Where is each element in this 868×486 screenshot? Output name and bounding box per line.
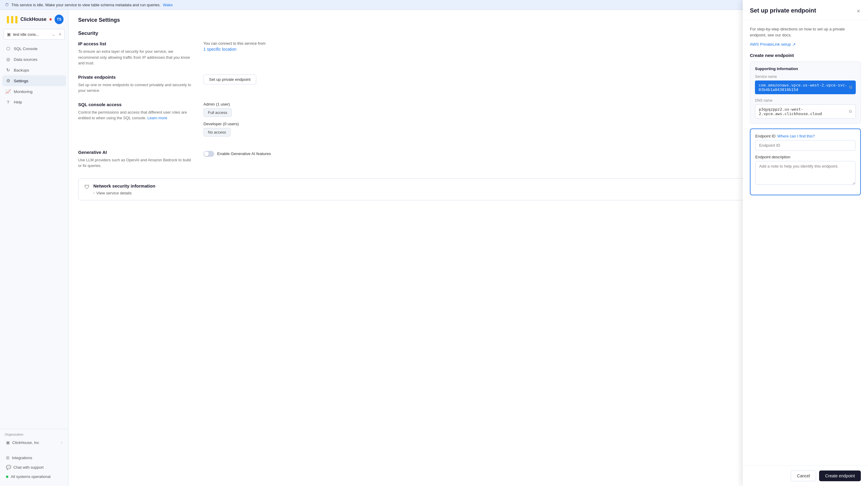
green-dot-icon	[6, 476, 8, 478]
settings-icon: ⚙	[5, 78, 11, 84]
service-name-text: com.amazonaws.vpce.us-west-2.vpce-svc-03…	[758, 83, 849, 92]
gen-ai-toggle[interactable]	[204, 151, 214, 157]
create-endpoint-button[interactable]: Create endpoint	[819, 471, 861, 481]
dns-name-label: DNS name	[755, 98, 856, 103]
network-security-section: 🛡 Network security information › View se…	[78, 178, 859, 200]
endpoint-desc-label: Endpoint description	[755, 155, 856, 159]
section-title: Security	[78, 30, 859, 36]
sidebar-item-sql-console[interactable]: ⬡ SQL Console	[2, 43, 66, 54]
monitoring-icon: 📈	[5, 89, 11, 94]
copy-service-name-button[interactable]: ⧉	[849, 85, 852, 90]
endpoint-description-field: Endpoint description	[755, 155, 856, 186]
sidebar-item-settings[interactable]: ⚙ Settings	[2, 75, 66, 86]
org-icon: ▣	[6, 440, 10, 445]
network-security-title: Network security information	[93, 183, 852, 188]
backups-icon: ↻	[5, 67, 11, 73]
sidebar-item-label: Backups	[14, 68, 29, 72]
network-content: Network security information › View serv…	[93, 183, 852, 195]
status-dot	[50, 18, 52, 21]
admin-access-badge: Full access	[204, 108, 232, 117]
gen-ai-title: Generative AI	[78, 150, 191, 155]
shield-icon: 🛡	[85, 184, 90, 190]
private-endpoints-row: Private endpoints Set up one or more end…	[78, 74, 859, 94]
org-section: Organization ▣ ClickHouse, Inc ›	[0, 429, 68, 451]
sidebar-item-backups[interactable]: ↻ Backups	[2, 65, 66, 75]
data-sources-icon: ◎	[5, 57, 11, 62]
cancel-button[interactable]: Cancel	[791, 471, 816, 481]
avatar: TS	[55, 14, 64, 24]
sidebar-item-label: SQL Console	[14, 46, 38, 51]
endpoint-form: Endpoint ID Where can I find this? Endpo…	[750, 129, 861, 195]
sidebar-item-chat-support[interactable]: 💬 Chat with support	[5, 462, 64, 472]
panel-description: For step-by-step directions on how to se…	[750, 26, 861, 38]
docs-link[interactable]: AWS PrivateLink setup ↗	[750, 42, 861, 47]
ip-access-description: To ensure an extra layer of security for…	[78, 48, 191, 66]
service-name-value: com.amazonaws.vpce.us-west-2.vpce-svc-03…	[755, 80, 856, 94]
sql-console-access-row: SQL console access Control the permissio…	[78, 102, 859, 141]
close-panel-button[interactable]: ×	[856, 10, 861, 15]
sidebar-item-label: Monitoring	[14, 90, 32, 94]
page-title: Service Settings	[78, 17, 859, 23]
gen-ai-label-col: Generative AI Use LLM providers such as …	[78, 150, 191, 169]
org-item[interactable]: ▣ ClickHouse, Inc ›	[5, 438, 64, 447]
org-name: ClickHouse, Inc	[12, 441, 39, 445]
developer-access-badge: No access	[204, 128, 230, 136]
endpoint-id-field: Endpoint ID Where can I find this?	[755, 134, 856, 151]
endpoint-description-textarea[interactable]	[755, 161, 856, 185]
add-service-button[interactable]: +	[59, 32, 61, 37]
nav-section: ⬡ SQL Console ◎ Data sources ↻ Backups ⚙…	[0, 42, 68, 429]
private-endpoints-label-col: Private endpoints Set up one or more end…	[78, 74, 191, 94]
sidebar-item-label: Chat with support	[13, 465, 43, 469]
banner-icon: ⏱	[5, 2, 9, 7]
service-icon: ▣	[7, 32, 11, 37]
sidebar-item-monitoring[interactable]: 📈 Monitoring	[2, 86, 66, 97]
sidebar-item-label: Help	[14, 100, 22, 104]
private-endpoints-title: Private endpoints	[78, 74, 191, 79]
create-section-title: Create new endpoint	[750, 53, 861, 58]
sidebar-item-integrations[interactable]: ⊞ Integrations	[5, 453, 64, 462]
panel-body: For step-by-step directions on how to se…	[743, 20, 868, 465]
service-selector[interactable]: ▣ test idle cons... ⌄ +	[4, 29, 65, 40]
ip-location-link[interactable]: 1 specific location	[204, 47, 237, 52]
top-banner: ⏱ This service is idle. Wake your servic…	[0, 0, 868, 10]
integrations-icon: ⊞	[6, 455, 9, 460]
panel-footer: Cancel Create endpoint	[743, 465, 868, 486]
supporting-info-title: Supporting information	[755, 66, 856, 71]
sql-access-description: Control the permissions and access that …	[78, 109, 191, 121]
panel-overlay: Set up private endpoint × For step-by-st…	[743, 10, 868, 486]
docs-link-text: AWS PrivateLink setup	[750, 42, 791, 46]
dns-name-value: p3qyqzppz2.us-west-2.vpce.aws.clickhouse…	[755, 104, 856, 119]
chat-icon: 💬	[6, 465, 11, 469]
help-icon: ?	[5, 100, 11, 105]
banner-text: This service is idle. Wake your service …	[11, 3, 160, 7]
view-details-button[interactable]: › View service details	[93, 191, 852, 195]
setup-private-endpoint-button[interactable]: Set up private endpoint	[204, 74, 256, 85]
learn-more-link[interactable]: Learn more	[147, 116, 167, 120]
sidebar-item-help[interactable]: ? Help	[2, 97, 66, 107]
sidebar-item-data-sources[interactable]: ◎ Data sources	[2, 54, 66, 65]
endpoint-id-input[interactable]	[755, 140, 856, 151]
sidebar-item-label: Integrations	[12, 456, 32, 460]
service-name: test idle cons...	[13, 32, 39, 37]
chevron-right-icon: ›	[61, 441, 62, 445]
bottom-section: ⊞ Integrations 💬 Chat with support All s…	[0, 451, 68, 486]
app-name: ClickHouse	[21, 17, 46, 22]
where-find-link[interactable]: Where can I find this?	[777, 134, 815, 138]
private-endpoints-description: Set up one or more endpoints to connect …	[78, 82, 191, 94]
service-name-label: Service name	[755, 74, 856, 79]
sidebar-item-label: Settings	[14, 79, 28, 83]
supporting-info-card: Supporting information Service name com.…	[750, 61, 861, 124]
endpoint-id-label: Endpoint ID Where can I find this?	[755, 134, 856, 138]
chevron-down-icon: ⌄	[52, 32, 55, 37]
sidebar-item-label: Data sources	[14, 57, 38, 62]
ip-access-title: IP access list	[78, 41, 191, 46]
ip-access-section: IP access list To ensure an extra layer …	[78, 41, 859, 169]
status-indicator: All systems operational	[5, 472, 64, 481]
view-details-label: View service details	[96, 191, 131, 195]
sql-access-title: SQL console access	[78, 102, 191, 107]
copy-dns-name-button[interactable]: ⧉	[849, 109, 852, 114]
external-link-icon: ↗	[792, 42, 796, 47]
wake-link[interactable]: Wake	[163, 3, 173, 7]
panel-title: Set up private endpoint	[750, 10, 816, 14]
gen-ai-description: Use LLM providers such as OpenAI and Ama…	[78, 157, 191, 169]
